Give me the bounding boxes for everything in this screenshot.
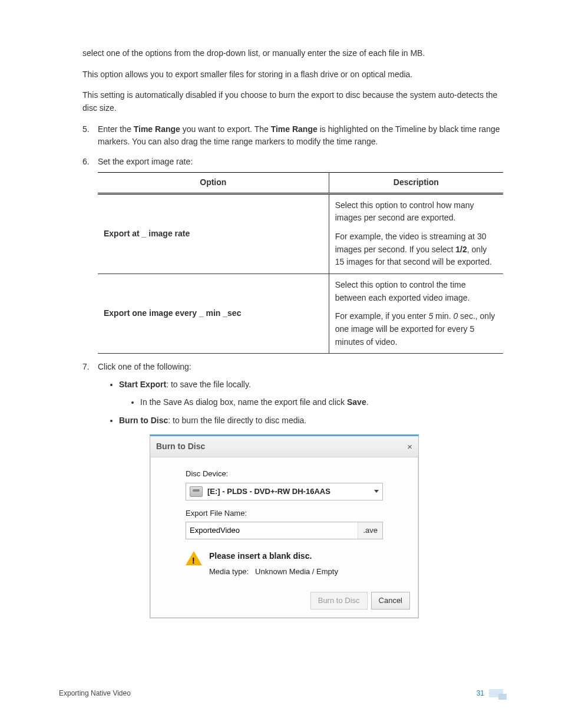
bullet-save-as: In the Save As dialog box, name the expo…: [140, 396, 503, 409]
intro-p2: This option allows you to export smaller…: [82, 68, 503, 81]
warning-icon: [186, 551, 202, 565]
burn-to-disc-button[interactable]: Burn to Disc: [310, 592, 368, 610]
step-5-num: 5.: [82, 123, 90, 136]
cancel-button[interactable]: Cancel: [371, 592, 410, 610]
disc-device-dropdown[interactable]: [E:] - PLDS - DVD+-RW DH-16AAS: [186, 483, 383, 500]
bullet-start-export: Start Export: to save the file locally. …: [119, 378, 503, 409]
intro-p1: select one of the options from the drop-…: [82, 47, 503, 60]
table-row: Export at _ image rate Select this optio…: [98, 193, 503, 274]
chevron-down-icon: [374, 490, 379, 493]
export-filename-label: Export File Name:: [186, 508, 383, 519]
step-5-text: Enter the Time Range you want to export.…: [98, 124, 500, 147]
footer-decoration-icon: [489, 689, 503, 697]
disc-device-label: Disc Device:: [186, 468, 383, 480]
step-6: 6. Set the export image rate: Option Des…: [82, 156, 503, 354]
step-7-text: Click one of the following:: [98, 362, 191, 371]
options-header-description: Description: [329, 172, 503, 193]
export-filename-input[interactable]: [186, 523, 358, 537]
option-export-interval-desc1: Select this option to control the time b…: [335, 279, 497, 304]
footer-section: Exporting Native Video: [59, 689, 131, 697]
option-export-interval-desc2: For example, if you enter 5 min. 0 sec.,…: [335, 310, 497, 348]
options-table: Option Description Export at _ image rat…: [98, 172, 503, 354]
option-export-interval: Export one image every _ min _sec: [98, 274, 329, 353]
intro-p3: This setting is automatically disabled i…: [82, 89, 503, 114]
disc-device-value: [E:] - PLDS - DVD+-RW DH-16AAS: [207, 486, 369, 498]
bullet-burn-disc: Burn to Disc: to burn the file directly …: [119, 414, 503, 618]
drive-icon: [190, 486, 203, 497]
file-extension: .ave: [358, 522, 382, 539]
warning-media: Media type: Unknown Media / Empty: [209, 567, 338, 576]
warning-title: Please insert a blank disc.: [209, 550, 338, 563]
dialog-title: Burn to Disc: [156, 440, 205, 453]
burn-to-disc-dialog: Burn to Disc × Disc Device: [E:] - PLDS …: [150, 434, 419, 618]
step-7: 7. Click one of the following: Start Exp…: [82, 361, 503, 618]
option-export-rate-desc1: Select this option to control how many i…: [335, 199, 497, 225]
option-export-rate: Export at _ image rate: [98, 193, 329, 274]
option-export-rate-desc2: For example, the video is streaming at 3…: [335, 230, 497, 269]
table-row: Export one image every _ min _sec Select…: [98, 274, 503, 353]
dialog-titlebar: Burn to Disc ×: [150, 436, 418, 457]
step-5: 5. Enter the Time Range you want to expo…: [82, 123, 503, 149]
step-7-num: 7.: [82, 361, 90, 374]
step-6-num: 6.: [82, 156, 90, 169]
close-icon[interactable]: ×: [407, 440, 412, 453]
page-footer: Exporting Native Video 31: [59, 689, 503, 697]
options-header-option: Option: [98, 172, 329, 193]
warning-panel: Please insert a blank disc. Media type: …: [186, 550, 383, 578]
page-number: 31: [477, 689, 484, 697]
step-6-text: Set the export image rate:: [98, 157, 193, 166]
